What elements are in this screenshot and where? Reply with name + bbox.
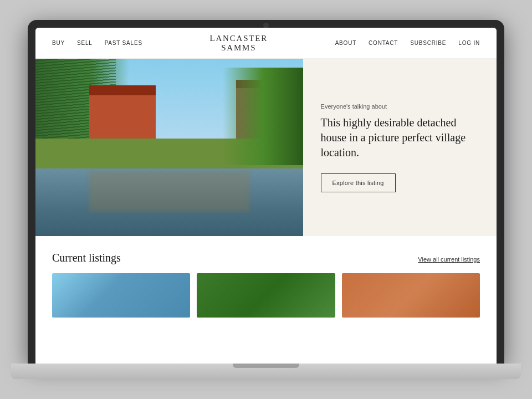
listing-card-1[interactable]	[52, 273, 190, 318]
listings-header: Current listings View all current listin…	[52, 252, 480, 264]
view-all-listings-link[interactable]: View all current listings	[418, 256, 480, 263]
pond	[35, 168, 303, 236]
browser-viewport: BUY SELL PAST SALES LANCASTER SAMMS ABOU…	[35, 28, 497, 364]
website: BUY SELL PAST SALES LANCASTER SAMMS ABOU…	[35, 28, 497, 364]
main-nav: BUY SELL PAST SALES LANCASTER SAMMS ABOU…	[35, 28, 497, 59]
nav-login-link[interactable]: LOG IN	[458, 40, 480, 46]
laptop-base	[11, 364, 521, 379]
pond-reflection	[89, 171, 250, 212]
nav-right-links: ABOUT CONTACT SUBSCRIBE LOG IN	[335, 40, 480, 46]
nav-about-link[interactable]: ABOUT	[335, 40, 356, 46]
nav-left-links: BUY SELL PAST SALES	[52, 40, 142, 46]
hero-title: This highly desirable detached house in …	[321, 115, 479, 160]
trees-right	[223, 68, 303, 165]
explore-listing-button[interactable]: Explore this listing	[321, 173, 396, 192]
nav-past-sales-link[interactable]: PAST SALES	[105, 40, 142, 46]
nav-sell-link[interactable]: SELL	[77, 40, 93, 46]
hero-subtitle: Everyone's talking about	[321, 103, 479, 110]
listings-section-title: Current listings	[52, 252, 121, 264]
listings-grid	[52, 273, 480, 318]
site-logo[interactable]: LANCASTER SAMMS	[209, 34, 268, 52]
hero-section: Everyone's talking about This highly des…	[35, 59, 497, 236]
hero-image	[35, 59, 303, 236]
nav-contact-link[interactable]: CONTACT	[369, 40, 398, 46]
listing-card-3[interactable]	[342, 273, 480, 318]
listing-card-2[interactable]	[197, 273, 335, 318]
current-listings-section: Current listings View all current listin…	[35, 236, 497, 326]
laptop-screen-frame: BUY SELL PAST SALES LANCASTER SAMMS ABOU…	[28, 20, 504, 364]
nav-subscribe-link[interactable]: SUBSCRIBE	[410, 40, 446, 46]
nav-buy-link[interactable]: BUY	[52, 40, 65, 46]
hero-text-panel: Everyone's talking about This highly des…	[303, 59, 497, 236]
